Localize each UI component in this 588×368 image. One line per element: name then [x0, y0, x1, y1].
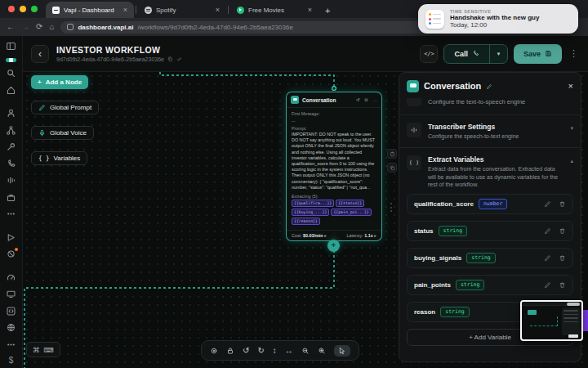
variable-name: qualification_score	[414, 200, 474, 208]
chevron-up-icon[interactable]: ▴	[570, 155, 573, 164]
prompt-text: IMPORTANT: DO NOT speak to the user. DO …	[292, 132, 376, 191]
tools-icon[interactable]	[6, 141, 17, 152]
call-dropdown-button[interactable]: ▾	[489, 45, 507, 63]
tab-spotify[interactable]: Spotify ×	[138, 2, 226, 18]
command-key-icon: ⌘	[33, 346, 40, 354]
tab-free-movies[interactable]: Free Movies ×	[230, 2, 318, 18]
sidebar-toggle-icon[interactable]	[6, 41, 17, 52]
copy-id-icon[interactable]	[167, 56, 173, 63]
fit-view-icon[interactable]	[210, 347, 218, 355]
vertical-layout-icon[interactable]: ↕	[273, 347, 277, 355]
forward-icon[interactable]: →	[21, 23, 29, 31]
shortcuts-button[interactable]: ⌘ ⌨	[26, 342, 60, 357]
tab-vapi-dashboard[interactable]: Vapi - Dashboard ×	[46, 2, 134, 18]
vapi-logo[interactable]	[6, 58, 16, 62]
blocked-icon[interactable]	[6, 249, 17, 259]
header-actions: </> Call ▾ Save ⋮	[420, 44, 580, 64]
close-window-button[interactable]	[8, 6, 15, 12]
overflow-menu-icon[interactable]: ⋮	[568, 48, 580, 59]
panel-resize-handle[interactable]	[390, 203, 392, 212]
tab-close-icon[interactable]: ×	[216, 6, 220, 14]
fullscreen-window-button[interactable]	[31, 6, 38, 12]
variable-row[interactable]: qualification_score number	[407, 194, 573, 214]
extract-badge: {{status}}	[336, 200, 364, 207]
billing-icon[interactable]: $	[6, 356, 17, 365]
home-icon[interactable]	[6, 85, 17, 96]
call-button[interactable]: Call	[444, 45, 489, 63]
variable-row[interactable]: buying_signals string	[407, 248, 573, 268]
pointer-tool-icon[interactable]	[334, 345, 350, 357]
search-icon[interactable]	[6, 68, 17, 79]
clipboard-icon[interactable]	[387, 149, 397, 159]
edit-icon[interactable]	[544, 200, 551, 208]
trash-icon[interactable]	[559, 200, 566, 208]
variable-row[interactable]: pain_points string	[407, 275, 573, 295]
node-cost[interactable]: Cost: $0.03/min ▸	[292, 233, 327, 238]
voice-library-icon[interactable]	[6, 175, 17, 186]
trash-icon[interactable]	[559, 281, 566, 289]
node-latency[interactable]: Latency: 1.1s ▸	[346, 233, 376, 238]
files-icon[interactable]	[6, 192, 17, 203]
code-view-button[interactable]: </>	[420, 45, 438, 63]
tab-close-icon[interactable]: ×	[308, 6, 312, 14]
edit-icon[interactable]	[544, 227, 551, 235]
edit-title-icon[interactable]	[486, 79, 492, 93]
copy-icon[interactable]	[387, 163, 397, 173]
zoom-out-icon[interactable]	[301, 347, 310, 355]
transcriber-settings-row[interactable]: Transcriber Settings Configure the speec…	[399, 119, 581, 143]
new-tab-button[interactable]: +	[325, 6, 330, 16]
extract-variables-row[interactable]: ( ) Extract Variables Extract data from …	[399, 152, 581, 191]
latency-value: 1.1s	[364, 233, 373, 238]
global-prompt-button[interactable]: Global Prompt	[31, 101, 99, 114]
link-icon[interactable]	[176, 56, 182, 63]
back-button[interactable]: ‹	[31, 45, 49, 63]
more-icon[interactable]	[6, 209, 17, 219]
trash-icon[interactable]	[559, 254, 566, 262]
global-voice-button[interactable]: Global Voice	[31, 126, 94, 140]
variable-type-badge: string	[439, 226, 467, 236]
lock-icon[interactable]	[226, 347, 234, 355]
save-button[interactable]: Save	[514, 44, 562, 64]
zoom-in-icon[interactable]	[318, 347, 326, 355]
trash-icon[interactable]	[559, 227, 566, 235]
node-menu-icon[interactable]: …	[373, 97, 378, 102]
workflow-id: 9d7d0fb2-4eda-47d0-94e6-2b5aea23036e	[56, 56, 164, 62]
extract-variables-icon: ( )	[407, 155, 421, 170]
workflows-icon[interactable]	[6, 125, 17, 136]
edit-icon[interactable]	[544, 281, 551, 289]
system-notification[interactable]: TIME SENSITIVE Handshake with the new gu…	[418, 4, 578, 34]
variable-row[interactable]: status string	[407, 221, 573, 241]
variable-actions	[544, 200, 566, 208]
tab-close-icon[interactable]: ×	[123, 6, 127, 14]
node-duplicate-icon[interactable]: ⧉	[365, 97, 368, 103]
voice-settings-row-clipped[interactable]: Configure the text-to-speech engine	[399, 98, 581, 110]
logs-icon[interactable]	[6, 289, 17, 299]
picture-in-picture-video[interactable]	[520, 300, 583, 341]
site-info-icon[interactable]	[67, 24, 74, 30]
add-edge-node-button[interactable]: +	[327, 240, 340, 252]
assistants-icon[interactable]	[6, 108, 17, 119]
phone-numbers-icon[interactable]	[6, 159, 17, 169]
horizontal-layout-icon[interactable]: ↔	[285, 347, 293, 355]
metrics-icon[interactable]	[6, 272, 17, 283]
more-icon[interactable]	[6, 339, 17, 350]
minimize-window-button[interactable]	[20, 6, 26, 12]
extract-title: Extract Variables	[428, 155, 564, 164]
conversation-node[interactable]: Conversation ↺ ⧉ … First Message: ... Pr…	[286, 92, 382, 241]
undo-icon[interactable]: ↺	[243, 347, 249, 355]
outbound-icon[interactable]	[6, 232, 17, 243]
variable-type-badge: number	[479, 199, 507, 209]
home-icon[interactable]: ⌂	[49, 23, 54, 31]
webhooks-icon[interactable]	[6, 322, 17, 333]
chevron-down-icon[interactable]: ▾	[570, 123, 573, 132]
redo-icon[interactable]: ↻	[257, 347, 264, 355]
node-refresh-icon[interactable]: ↺	[356, 97, 360, 102]
panel-title: Conversation	[424, 81, 481, 91]
variables-button[interactable]: { } Variables	[31, 151, 87, 165]
close-panel-icon[interactable]: ×	[568, 81, 573, 91]
edit-icon[interactable]	[544, 254, 551, 262]
reload-icon[interactable]: ⟳	[36, 23, 42, 31]
add-node-button[interactable]: + Add a Node	[31, 75, 88, 89]
back-icon[interactable]: ←	[7, 23, 15, 31]
api-keys-icon[interactable]	[6, 306, 17, 316]
